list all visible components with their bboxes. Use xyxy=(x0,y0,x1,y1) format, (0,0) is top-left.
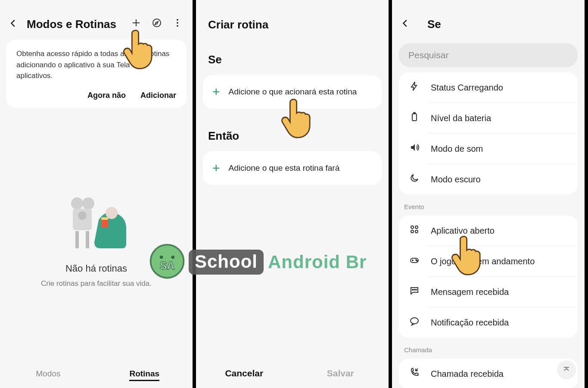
battery-icon xyxy=(408,112,420,125)
header: Modos e Rotinas xyxy=(0,0,193,40)
add-action-card[interactable]: + Adicione o que esta rotina fará xyxy=(203,151,382,185)
not-now-button[interactable]: Agora não xyxy=(87,91,126,100)
svg-point-21 xyxy=(417,260,417,261)
banner-actions: Agora não Adicionar xyxy=(16,91,176,100)
svg-point-24 xyxy=(416,289,417,290)
empty-subtitle: Crie rotinas para facilitar sua vida. xyxy=(0,279,193,288)
trigger-notification-received[interactable]: Notificação recebida xyxy=(399,307,578,338)
empty-state: Não há rotinas Crie rotinas para facilit… xyxy=(0,194,193,288)
trigger-group-event: Aplicativo aberto O jogo está em andamen… xyxy=(399,216,578,338)
group-label-event: Evento xyxy=(392,197,585,213)
trigger-battery-level[interactable]: Nível da bateria xyxy=(399,103,578,133)
svg-point-2 xyxy=(177,22,178,24)
tab-modes[interactable]: Modos xyxy=(0,369,96,379)
trigger-group-status: Status Carregando Nível da bateria Modo … xyxy=(399,72,578,194)
svg-rect-12 xyxy=(101,217,108,220)
svg-rect-8 xyxy=(75,231,79,248)
add-icon[interactable] xyxy=(130,18,143,31)
page-title: Modos e Rotinas xyxy=(27,18,130,31)
add-app-banner: Obtenha acesso rápido a todas as suas ro… xyxy=(6,40,187,108)
trigger-sound-mode[interactable]: Modo de som xyxy=(399,134,578,164)
screen-if-triggers: Se Pesquisar Status Carregando Nível da … xyxy=(392,0,588,388)
scroll-top-button[interactable] xyxy=(557,360,576,379)
bottom-actions: Cancelar Salvar xyxy=(196,360,389,388)
chat-icon xyxy=(408,316,420,329)
add-button[interactable]: Adicionar xyxy=(140,91,176,100)
svg-rect-13 xyxy=(412,114,417,121)
trigger-call-received[interactable]: Chamada recebida xyxy=(399,359,578,388)
more-icon[interactable] xyxy=(171,18,184,31)
svg-point-10 xyxy=(106,207,118,219)
bolt-icon xyxy=(408,81,420,94)
message-icon xyxy=(408,285,420,298)
page-title: Se xyxy=(427,18,441,31)
trigger-app-opened[interactable]: Aplicativo aberto xyxy=(399,216,578,246)
bottom-tabs: Modos Rotinas xyxy=(0,361,193,388)
add-trigger-card[interactable]: + Adicione o que acionará esta rotina xyxy=(203,75,382,109)
then-section-label: Então xyxy=(196,112,389,148)
header: Se xyxy=(392,0,585,40)
screen-create-routine: Criar rotina Se + Adicione o que acionar… xyxy=(196,0,392,388)
search-input[interactable]: Pesquisar xyxy=(399,43,578,67)
gamepad-icon xyxy=(408,255,420,268)
svg-point-15 xyxy=(411,226,414,228)
trigger-dark-mode[interactable]: Modo escuro xyxy=(399,164,578,194)
plus-icon: + xyxy=(212,162,220,175)
empty-illustration xyxy=(0,194,193,250)
empty-title: Não há rotinas xyxy=(0,263,193,274)
plus-icon: + xyxy=(212,85,220,98)
cancel-button[interactable]: Cancelar xyxy=(196,368,292,379)
apps-icon xyxy=(408,224,420,237)
svg-rect-14 xyxy=(414,113,415,114)
moon-icon xyxy=(408,173,420,186)
svg-point-23 xyxy=(414,289,415,290)
group-label-call: Chamada xyxy=(392,340,585,356)
svg-rect-9 xyxy=(86,231,89,248)
trigger-charging-status[interactable]: Status Carregando xyxy=(399,72,578,103)
svg-point-16 xyxy=(415,226,418,228)
trigger-game-running[interactable]: O jogo está em andamento xyxy=(399,246,578,276)
svg-point-18 xyxy=(415,230,418,233)
trigger-group-call: Chamada recebida xyxy=(399,359,578,388)
add-action-text: Adicione o que esta rotina fará xyxy=(229,163,340,173)
phone-incoming-icon xyxy=(408,367,420,380)
svg-point-25 xyxy=(411,318,418,324)
svg-point-4 xyxy=(71,197,83,210)
back-icon[interactable] xyxy=(401,17,410,31)
back-icon[interactable] xyxy=(9,17,18,31)
screen-modes-routines: Modos e Rotinas Obtenha acesso rápido a … xyxy=(0,0,196,388)
svg-point-22 xyxy=(412,289,413,290)
svg-point-0 xyxy=(153,19,161,27)
page-title: Criar rotina xyxy=(196,0,389,36)
header-actions xyxy=(130,18,184,31)
svg-point-1 xyxy=(177,19,178,21)
svg-point-7 xyxy=(78,211,87,220)
tab-routines[interactable]: Rotinas xyxy=(96,369,193,379)
save-button[interactable]: Salvar xyxy=(292,368,389,379)
if-section-label: Se xyxy=(196,36,389,72)
svg-point-17 xyxy=(411,230,414,233)
sound-icon xyxy=(408,142,420,155)
banner-text: Obtenha acesso rápido a todas as suas ro… xyxy=(16,48,176,81)
compass-icon[interactable] xyxy=(150,18,163,31)
svg-point-3 xyxy=(177,25,178,27)
add-trigger-text: Adicione o que acionará esta rotina xyxy=(229,87,357,97)
svg-point-5 xyxy=(82,197,94,210)
trigger-message-received[interactable]: Mensagem recebida xyxy=(399,277,578,307)
